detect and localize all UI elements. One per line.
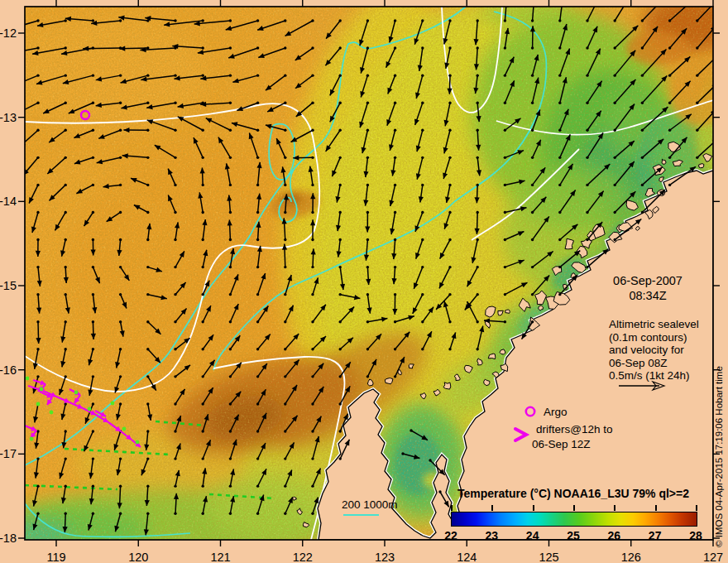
ocean-current-map-figure: 119120121122123124125126127-12-13-14-15-… bbox=[0, 0, 728, 563]
colorbar-tick-label: 24 bbox=[519, 529, 547, 542]
colorbar-tick bbox=[533, 505, 534, 511]
velocity-scale-arrow-icon bbox=[616, 379, 668, 392]
colorbar-tick-labels: 22232425262728 bbox=[451, 529, 696, 542]
y-axis-tick-label: -13 bbox=[0, 111, 17, 124]
colorbar-tick-label: 26 bbox=[600, 529, 628, 542]
altimetric-note-line4: 06-Sep 08Z bbox=[609, 357, 699, 370]
drifter-arrow-icon bbox=[512, 426, 532, 445]
x-axis-tick-label: 119 bbox=[46, 551, 65, 563]
y-axis-tick-label: -17 bbox=[0, 447, 17, 460]
altimetric-note: Altimetric sealevel (0.1m contours) and … bbox=[609, 318, 699, 383]
x-axis-tick-label: 127 bbox=[703, 551, 723, 563]
drifters-legend-line2: 06-Sep 12Z bbox=[532, 438, 591, 451]
colorbar-tick bbox=[491, 505, 493, 511]
x-axis-tick-label: 126 bbox=[621, 551, 641, 563]
timestamp-date: 06-Sep-2007 bbox=[594, 275, 702, 288]
argo-marker-icon bbox=[523, 404, 539, 421]
y-axis-tick-label: -14 bbox=[0, 195, 17, 208]
argo-legend-label: Argo bbox=[544, 406, 568, 419]
x-axis-tick-label: 125 bbox=[539, 551, 558, 563]
x-axis-tick-label: 122 bbox=[293, 551, 313, 563]
colorbar-tick-label: 28 bbox=[682, 529, 710, 542]
timestamp-time: 08:34Z bbox=[594, 290, 702, 303]
colorbar-tick bbox=[614, 505, 615, 511]
altimetric-note-line1: Altimetric sealevel bbox=[609, 318, 699, 331]
colorbar-tick-label: 25 bbox=[559, 529, 587, 542]
colorbar-tick bbox=[655, 505, 657, 511]
y-axis-tick-label: -18 bbox=[0, 532, 17, 545]
colorbar-tick-label: 22 bbox=[437, 529, 465, 542]
colorbar-gradient bbox=[451, 512, 697, 527]
altimetric-note-line2: (0.1m contours) bbox=[609, 331, 699, 344]
colorbar-tick bbox=[696, 505, 697, 511]
x-axis-tick-label: 121 bbox=[210, 551, 230, 563]
x-axis-tick-label: 120 bbox=[128, 551, 148, 563]
x-axis-tick-label: 124 bbox=[457, 551, 477, 563]
colorbar-tick bbox=[451, 505, 453, 511]
y-axis-tick-label: -12 bbox=[0, 26, 17, 40]
colorbar-title: Temperature (°C) NOAA16_L3U 79% ql>=2 bbox=[444, 488, 702, 501]
copyright-watermark: © IMOS 04-Apr-2015 17:19:06 Hobart time bbox=[714, 332, 724, 547]
depth-contour-legend-label: 200 1000m bbox=[342, 498, 398, 512]
drifters-legend-line1: drifters@12h to bbox=[536, 423, 613, 436]
y-axis-tick-label: -16 bbox=[0, 363, 17, 377]
x-axis-tick-label: 123 bbox=[375, 551, 395, 563]
colorbar-tick-label: 23 bbox=[477, 529, 505, 542]
colorbar-tick-label: 27 bbox=[641, 529, 669, 542]
y-axis-tick-label: -15 bbox=[0, 279, 17, 292]
altimetric-note-line3: and velocity for bbox=[609, 344, 699, 357]
colorbar-tick bbox=[573, 505, 575, 511]
depth-contour-legend-line bbox=[343, 514, 379, 516]
